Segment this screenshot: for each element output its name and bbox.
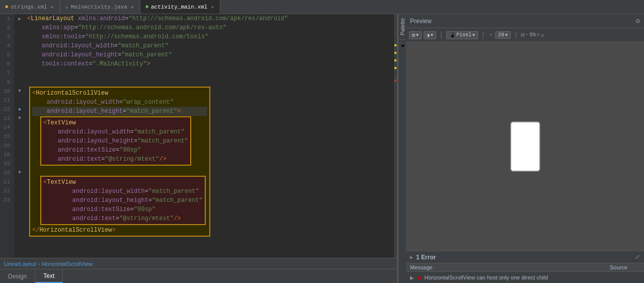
tab-mainactivity-label: MainActivity.java	[71, 4, 127, 10]
error-columns: Message Source	[406, 263, 644, 272]
orientation-chevron: ▼	[416, 33, 419, 37]
gutter-row: ▶	[14, 14, 25, 23]
api-chevron: ▼	[505, 33, 508, 37]
scroll-indicators	[394, 14, 397, 258]
textview-container-1: <TextView android:layout_width="match_pa…	[40, 116, 191, 166]
zoom-controls: ⊟ − 5% + ↺	[521, 31, 544, 39]
tab-strings[interactable]: ■ strings.xml ✕	[0, 0, 60, 14]
preview-content	[406, 42, 644, 251]
code-line-17	[32, 166, 207, 175]
preview-panel: Palette 📱 Preview ⚙ ⊞ ▼	[397, 14, 644, 283]
theme-chevron: ▼	[431, 33, 433, 37]
gutter-row	[14, 214, 25, 223]
zoom-reset-button[interactable]: ↺	[541, 32, 544, 38]
textview-container-2: <TextView android:layout_width="match_pa…	[40, 176, 206, 225]
error-message: HorizontalScrollView can host only one d…	[424, 274, 640, 280]
theme-button[interactable]: ◑ ▼	[424, 31, 436, 39]
gutter-row	[14, 159, 25, 168]
breadcrumb-separator: ›	[38, 261, 40, 267]
breadcrumb-item-linearlayout[interactable]: LinearLayout	[4, 261, 36, 267]
gutter-row	[14, 223, 25, 232]
fold-icon[interactable]: ▶	[18, 16, 21, 22]
phone-icon-small: 📱	[449, 32, 455, 38]
gutter-row	[14, 132, 25, 141]
xml-orange-icon: ■	[5, 4, 8, 10]
fold-icon[interactable]: ▼	[18, 116, 21, 121]
code-editor[interactable]: <LinearLayout xmlns:android="http://sche…	[25, 14, 394, 258]
error-count: 1 Error	[416, 254, 436, 261]
breadcrumb-item-hsv[interactable]: HorizontalScrollView	[42, 261, 93, 267]
zoom-fit-icon[interactable]: ⊟	[521, 31, 525, 39]
code-line-1: <LinearLayout xmlns:android="http://sche…	[27, 14, 394, 23]
code-line-20: android:layout_height="match_parent"	[43, 196, 203, 205]
gutter-row: ▼	[14, 114, 25, 123]
api-level-button[interactable]: 29 ▼	[495, 31, 511, 39]
error-row-expand[interactable]: ▶	[410, 275, 414, 280]
orientation-icon: ⊞	[412, 32, 415, 38]
tab-strings-close[interactable]: ✕	[50, 4, 55, 11]
gutter-row	[14, 195, 25, 204]
code-line-19: android:layout_width="match_parent"	[43, 187, 203, 196]
gutter-row	[14, 186, 25, 195]
code-line-11: android:layout_height="match_parent">	[32, 107, 207, 116]
tab-activity-main[interactable]: ■ activity_main.xml ✕	[140, 0, 220, 14]
orientation-button[interactable]: ⊞ ▼	[409, 31, 422, 39]
preview-inner: Palette 📱 Preview ⚙ ⊞ ▼	[398, 14, 644, 283]
toolbar-approx: ≈	[489, 32, 492, 38]
tab-mainactivity-close[interactable]: ✕	[130, 4, 135, 11]
code-line-16: android:text="@string/mtext"/>	[43, 155, 188, 164]
toolbar-sep-2: |	[481, 31, 485, 39]
code-line-4: android:layout_width="match_parent"	[27, 41, 394, 50]
gutter-row	[14, 150, 25, 159]
col-source-header: Source	[610, 264, 640, 270]
code-line-3: xmlns:tools="http://schemas.android.com/…	[27, 32, 394, 41]
error-expand-icon[interactable]: ▶	[410, 254, 413, 260]
gutter-row	[14, 78, 25, 87]
breadcrumb: LinearLayout › HorizontalScrollView	[0, 258, 397, 269]
phone-preview	[510, 121, 540, 172]
tab-design[interactable]: Design	[0, 269, 35, 283]
tab-bar: ■ strings.xml ✕ ☕ MainActivity.java ✕ ■ …	[0, 0, 644, 14]
gutter-row	[14, 123, 25, 132]
code-line-15: android:textSize="80sp"	[43, 146, 188, 155]
gutter-row: ●	[14, 105, 25, 114]
code-line-14: android:layout_height="match_parent"	[43, 136, 188, 146]
code-line-13: android:layout_width="match_parent"	[43, 127, 188, 136]
java-icon: ☕	[65, 4, 68, 10]
api-level-label: 29	[498, 32, 504, 38]
gutter-row	[14, 177, 25, 186]
device-button[interactable]: 📱 Pixel ▼	[446, 31, 478, 39]
gutter-row: ▼	[14, 168, 25, 177]
main-area: 1 2 3 4 5 6 7 9 10 11 12 13 14 15 16 18 …	[0, 14, 644, 283]
code-line-2: xmlns:app="http://schemas.android.com/ap…	[27, 23, 394, 32]
code-line-5: android:layout_height="match_parent"	[27, 50, 394, 59]
code-line-10: android:layout_width="wrap_content"	[32, 98, 207, 107]
gutter: ▶ ▼ ● ▼	[14, 14, 25, 258]
fold-icon[interactable]: ▼	[18, 89, 21, 94]
code-line-21: android:textSize="80sp"	[43, 205, 203, 214]
phone-icon: 📱	[399, 42, 406, 48]
preview-title: Preview	[410, 18, 632, 25]
tab-activity-main-close[interactable]: ✕	[210, 4, 215, 11]
palette-divider	[398, 39, 406, 40]
code-line-23: </HorizontalScrollView>	[32, 226, 207, 235]
fold-icon[interactable]: ▼	[18, 170, 21, 175]
device-label: Pixel	[456, 32, 471, 38]
theme-icon: ◑	[427, 32, 430, 38]
code-block[interactable]: 1 2 3 4 5 6 7 9 10 11 12 13 14 15 16 18 …	[0, 14, 397, 258]
hsv-container: <HorizontalScrollView android:layout_wid…	[29, 87, 210, 237]
code-line-7	[27, 68, 394, 78]
gutter-row	[14, 96, 25, 105]
toolbar-sep-1: |	[439, 31, 443, 39]
palette-label: Palette	[398, 14, 407, 39]
gutter-row	[14, 204, 25, 214]
code-line-24	[27, 237, 394, 246]
tab-mainactivity[interactable]: ☕ MainActivity.java ✕	[60, 0, 140, 14]
tab-text[interactable]: Text	[35, 269, 63, 283]
col-message-header: Message	[410, 264, 610, 270]
zoom-out-button[interactable]: −	[526, 32, 529, 38]
error-expand-btn[interactable]: ⤢	[635, 253, 640, 261]
settings-icon[interactable]: ⚙	[636, 17, 640, 25]
zoom-in-button[interactable]: +	[537, 32, 540, 38]
zoom-level: 5%	[530, 32, 536, 38]
